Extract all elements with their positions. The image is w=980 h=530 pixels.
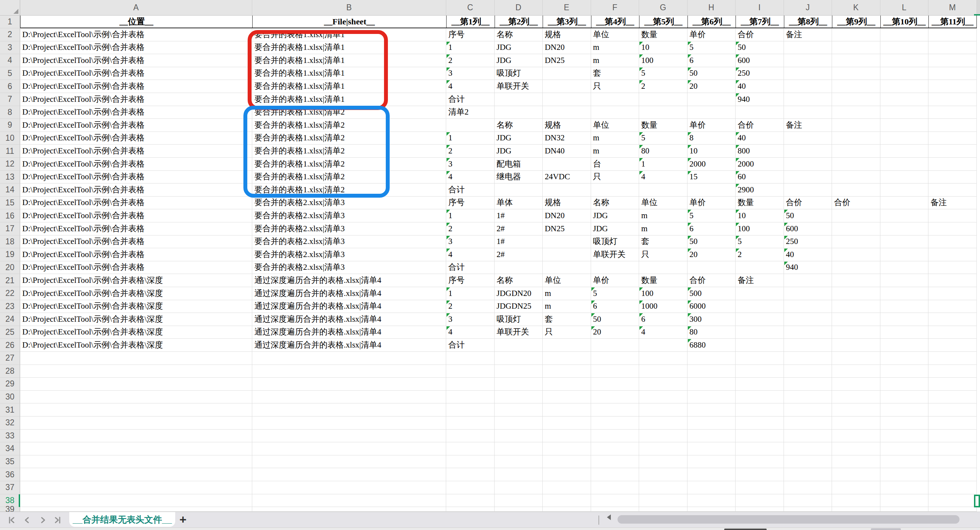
header-cell-B1[interactable]: __File|sheet__ <box>252 16 446 28</box>
cell-J20[interactable]: 940 <box>784 261 832 275</box>
column-header-H[interactable]: H <box>687 0 736 16</box>
cell-H9[interactable]: 单价 <box>687 119 736 132</box>
cell-J23[interactable] <box>784 300 832 313</box>
cell-D20[interactable] <box>495 261 543 275</box>
row-header-6[interactable]: 6 <box>0 80 20 93</box>
cell-J10[interactable] <box>784 132 832 145</box>
cell-H39[interactable] <box>687 507 736 512</box>
cell-H24[interactable]: 300 <box>687 313 736 326</box>
cell-C30[interactable] <box>446 391 495 404</box>
cell-D15[interactable]: 单体 <box>495 196 543 210</box>
row-header-36[interactable]: 36 <box>0 468 20 481</box>
cell-K29[interactable] <box>832 378 880 391</box>
cell-E4[interactable]: DN25 <box>542 54 591 67</box>
cell-L28[interactable] <box>880 365 929 378</box>
cell-G16[interactable]: m <box>639 209 687 222</box>
cell-K10[interactable] <box>832 132 880 145</box>
cell-J18[interactable]: 250 <box>784 235 832 249</box>
cell-C4[interactable]: 2 <box>446 54 495 67</box>
cell-G25[interactable]: 4 <box>639 326 687 339</box>
cell-E28[interactable] <box>542 365 591 378</box>
cell-M18[interactable] <box>928 235 977 249</box>
row-header-21[interactable]: 21 <box>0 274 20 287</box>
cell-K31[interactable] <box>832 404 880 417</box>
cell-H16[interactable]: 5 <box>687 209 736 222</box>
cell-C32[interactable] <box>446 417 495 429</box>
cell-I39[interactable] <box>735 507 784 512</box>
column-header-G[interactable]: G <box>639 0 687 16</box>
header-cell-E1[interactable]: __第3列__ <box>542 16 591 28</box>
cell-K2[interactable] <box>832 28 880 42</box>
cell-F37[interactable] <box>591 481 640 494</box>
cell-H37[interactable] <box>687 481 736 494</box>
cell-A14[interactable]: D:\Project\ExcelTool\示例\合并表格 <box>20 184 252 196</box>
cell-K26[interactable] <box>832 339 880 352</box>
cell-A4[interactable]: D:\Project\ExcelTool\示例\合并表格 <box>20 54 252 67</box>
cell-B36[interactable] <box>252 468 446 481</box>
cell-J28[interactable] <box>784 365 832 378</box>
cell-J33[interactable] <box>784 429 832 443</box>
scroll-left-arrow[interactable] <box>607 514 611 520</box>
cell-J22[interactable] <box>784 287 832 300</box>
cell-J27[interactable] <box>784 352 832 365</box>
cell-J21[interactable] <box>784 274 832 287</box>
cell-C26[interactable]: 合计 <box>446 339 495 352</box>
cell-I15[interactable]: 数量 <box>735 196 784 210</box>
cell-M23[interactable] <box>928 300 977 313</box>
cell-I22[interactable] <box>735 287 784 300</box>
cell-A30[interactable] <box>20 391 252 404</box>
cell-J32[interactable] <box>784 417 832 429</box>
cell-G28[interactable] <box>639 365 687 378</box>
header-cell-D1[interactable]: __第2列__ <box>495 16 543 28</box>
cell-F27[interactable] <box>591 352 640 365</box>
cell-F30[interactable] <box>591 391 640 404</box>
row-header-11[interactable]: 11 <box>0 145 20 158</box>
cell-H11[interactable]: 10 <box>687 145 736 158</box>
cell-K11[interactable] <box>832 145 880 158</box>
cell-C25[interactable]: 4 <box>446 326 495 339</box>
cell-G36[interactable] <box>639 468 687 481</box>
cell-D13[interactable]: 继电器 <box>495 171 543 184</box>
row-header-24[interactable]: 24 <box>0 313 20 326</box>
cell-I4[interactable]: 600 <box>735 54 784 67</box>
cell-M33[interactable] <box>928 429 977 443</box>
cell-B21[interactable]: 通过深度遍历合并的表格.xlsx|清单4 <box>252 274 446 287</box>
cell-C24[interactable]: 3 <box>446 313 495 326</box>
cell-H35[interactable] <box>687 455 736 468</box>
cell-L19[interactable] <box>880 248 929 261</box>
cell-D32[interactable] <box>495 417 543 429</box>
cell-K36[interactable] <box>832 468 880 481</box>
cell-I12[interactable]: 2000 <box>735 158 784 171</box>
cell-A18[interactable]: D:\Project\ExcelTool\示例\合并表格 <box>20 235 252 249</box>
cell-H12[interactable]: 2000 <box>687 158 736 171</box>
cell-J6[interactable] <box>784 80 832 93</box>
column-header-K[interactable]: K <box>832 0 880 16</box>
cell-E39[interactable] <box>542 507 591 512</box>
header-cell-M1[interactable]: __第11列__ <box>928 16 977 28</box>
cell-C20[interactable]: 合计 <box>446 261 495 275</box>
row-header-33[interactable]: 33 <box>0 429 20 443</box>
cell-G35[interactable] <box>639 455 687 468</box>
cell-L17[interactable] <box>880 222 929 235</box>
cell-I7[interactable]: 940 <box>735 93 784 106</box>
cell-L35[interactable] <box>880 455 929 468</box>
row-header-16[interactable]: 16 <box>0 209 20 222</box>
cell-B22[interactable]: 通过深度遍历合并的表格.xlsx|清单4 <box>252 287 446 300</box>
cell-I32[interactable] <box>735 417 784 429</box>
cell-I25[interactable] <box>735 326 784 339</box>
cell-B34[interactable] <box>252 442 446 455</box>
cell-C38[interactable] <box>446 494 495 508</box>
cell-D19[interactable]: 2# <box>495 248 543 261</box>
cell-F13[interactable]: 只 <box>591 171 640 184</box>
cell-K38[interactable] <box>832 494 880 508</box>
cell-C36[interactable] <box>446 468 495 481</box>
cell-A2[interactable]: D:\Project\ExcelTool\示例\合并表格 <box>20 28 252 42</box>
cell-J12[interactable] <box>784 158 832 171</box>
cell-E5[interactable] <box>542 67 591 80</box>
cell-M30[interactable] <box>928 391 977 404</box>
cell-J8[interactable] <box>784 106 832 119</box>
cell-H6[interactable]: 20 <box>687 80 736 93</box>
cell-F35[interactable] <box>591 455 640 468</box>
cell-F16[interactable]: JDG <box>591 209 640 222</box>
cell-C7[interactable]: 合计 <box>446 93 495 106</box>
